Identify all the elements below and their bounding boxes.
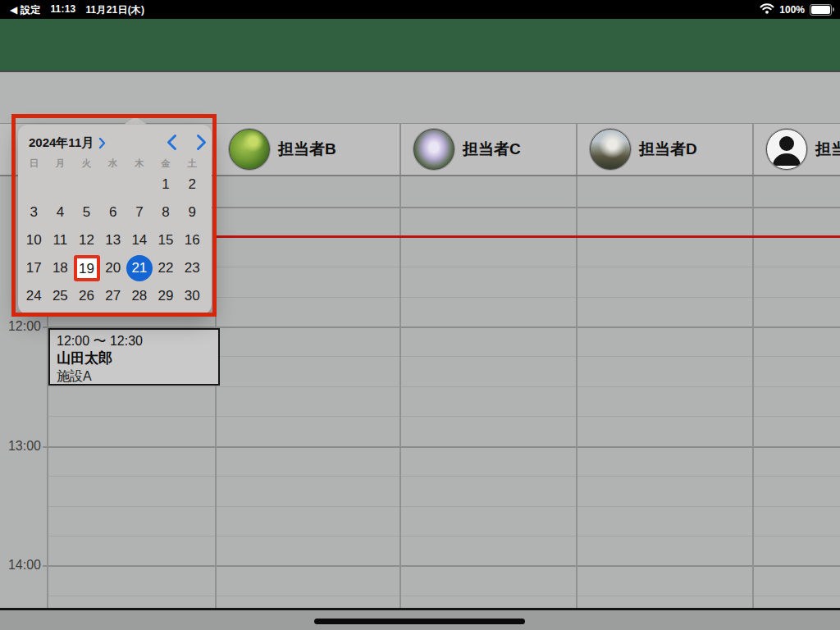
calendar-day-8[interactable]: 8	[153, 199, 179, 226]
home-indicator[interactable]	[314, 619, 525, 624]
staff-avatar-waterfall	[413, 129, 454, 170]
quarter-gridline	[47, 596, 840, 596]
calendar-day-5[interactable]: 5	[74, 199, 100, 226]
calendar-weekday-label: 月	[47, 158, 73, 169]
calendar-day-18[interactable]: 18	[47, 255, 73, 281]
next-month-button[interactable]	[192, 133, 210, 151]
calendar-day-4[interactable]: 4	[47, 199, 73, 226]
calendar-day-1[interactable]: 1	[153, 171, 179, 198]
status-time: 11:13	[50, 3, 75, 17]
calendar-day-27[interactable]: 27	[100, 283, 126, 309]
staff-column-header[interactable]: 担当者B	[215, 124, 399, 175]
chevron-right-icon	[196, 134, 207, 151]
staff-avatar-plants	[229, 129, 270, 170]
calendar-weekday-label: 土	[179, 158, 205, 169]
calendar-day-20[interactable]: 20	[100, 255, 126, 281]
quarter-gridline	[47, 476, 840, 477]
calendar-day-9[interactable]: 9	[179, 199, 205, 226]
quarter-gridline	[47, 386, 840, 387]
calendar-day-17[interactable]: 17	[21, 255, 47, 281]
hour-gridline	[43, 565, 840, 567]
quarter-gridline	[47, 416, 840, 417]
battery-icon	[810, 4, 832, 16]
toolbar-row	[0, 72, 840, 123]
staff-column-label: 担当者E	[815, 139, 840, 160]
hour-gridline	[43, 446, 840, 448]
hour-label: 13:00	[0, 438, 41, 454]
back-to-settings-link[interactable]: ◀ 設定	[10, 3, 40, 17]
chevron-right-icon	[98, 137, 106, 149]
prev-month-button[interactable]	[162, 133, 180, 151]
staff-avatar-silhouette	[766, 129, 807, 170]
quarter-gridline	[47, 506, 840, 507]
calendar-month-button[interactable]: 2024年11月	[29, 135, 106, 151]
calendar-day-10[interactable]: 10	[21, 227, 47, 253]
staff-column-label: 担当者D	[639, 139, 697, 160]
current-time-line	[215, 235, 840, 238]
calendar-day-7[interactable]: 7	[126, 199, 153, 226]
status-bar: ◀ 設定 11:13 11月21日(木) 100%	[0, 0, 840, 19]
calendar-day-3[interactable]: 3	[21, 199, 47, 226]
hour-label: 12:00	[0, 318, 41, 335]
calendar-day-30[interactable]: 30	[179, 283, 205, 309]
calendar-day-23[interactable]: 23	[179, 255, 205, 281]
calendar-day-28[interactable]: 28	[126, 283, 153, 309]
quarter-gridline	[47, 536, 840, 536]
calendar-weekday-label: 金	[153, 158, 179, 169]
calendar-month-label: 2024年11月	[29, 135, 94, 151]
calendar-day-25[interactable]: 25	[47, 283, 73, 309]
calendar-day-21[interactable]: 21	[126, 255, 153, 281]
calendar-day-12[interactable]: 12	[74, 227, 100, 253]
calendar-weekday-label: 火	[74, 158, 100, 169]
staff-column-header[interactable]: 担当者E	[752, 124, 840, 175]
calendar-weekday-label: 木	[126, 158, 153, 169]
staff-avatar-landscape	[590, 129, 631, 170]
appointment-block[interactable]: 12:00 〜 12:30 山田太郎 施設A	[48, 328, 220, 386]
calendar-day-11[interactable]: 11	[47, 227, 73, 253]
date-picker-popover: 2024年11月 日月火水木金土123456789101112131415161…	[18, 125, 212, 314]
person-silhouette-icon	[767, 130, 806, 169]
calendar-day-14[interactable]: 14	[126, 227, 153, 253]
appointment-facility: 施設A	[57, 368, 212, 385]
column-gridline	[215, 176, 217, 608]
appointment-customer: 山田太郎	[57, 349, 212, 368]
calendar-day-26[interactable]: 26	[74, 283, 100, 309]
calendar-weekday-label: 日	[21, 158, 47, 169]
column-gridline	[752, 176, 754, 608]
calendar-weekday-label: 水	[100, 158, 126, 169]
chevron-left-icon	[167, 134, 177, 151]
calendar-day-19[interactable]: 19	[74, 255, 100, 281]
calendar-day-24[interactable]: 24	[21, 283, 47, 309]
app-header	[0, 19, 840, 72]
battery-percent: 100%	[779, 4, 805, 16]
staff-column-label: 担当者C	[463, 139, 521, 160]
calendar-day-15[interactable]: 15	[153, 227, 179, 253]
reservation-app-screen: ◀ 設定 11:13 11月21日(木) 100% ? 予約表 担当者A	[0, 0, 840, 630]
calendar-day-22[interactable]: 22	[153, 255, 179, 281]
appointment-time: 12:00 〜 12:30	[57, 332, 212, 349]
calendar-day-6[interactable]: 6	[100, 199, 126, 226]
staff-column-header[interactable]: 担当者D	[576, 124, 752, 175]
status-date: 11月21日(木)	[85, 3, 144, 17]
staff-column-header[interactable]: 担当者C	[399, 124, 576, 175]
calendar-day-29[interactable]: 29	[153, 283, 179, 309]
wifi-icon	[760, 3, 774, 16]
calendar-day-2[interactable]: 2	[179, 171, 205, 198]
column-gridline	[399, 176, 401, 608]
calendar-day-16[interactable]: 16	[179, 227, 205, 253]
hour-label: 14:00	[0, 557, 41, 573]
column-gridline	[576, 176, 578, 608]
staff-column-label: 担当者B	[278, 139, 336, 160]
calendar-day-13[interactable]: 13	[100, 227, 126, 253]
